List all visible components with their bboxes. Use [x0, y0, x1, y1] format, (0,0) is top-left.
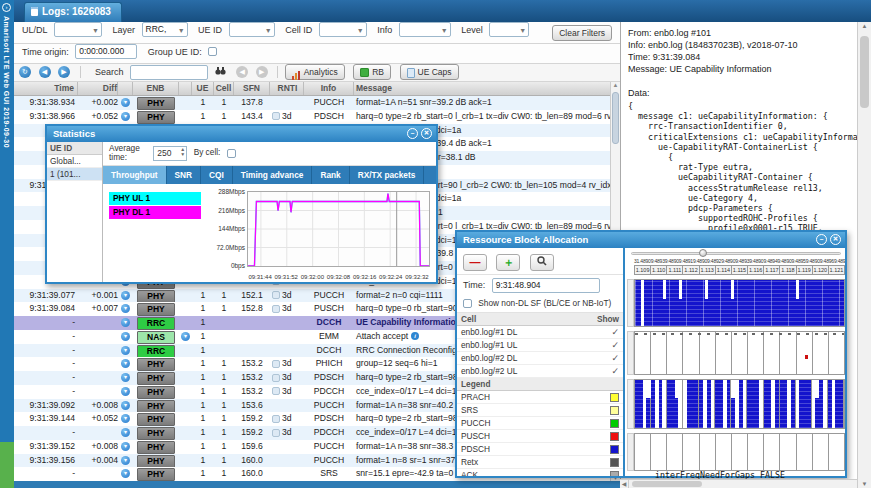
- detail-vertical-scrollbar[interactable]: ▲ ▼: [857, 22, 871, 488]
- tab-snr[interactable]: SNR: [167, 166, 202, 184]
- prev-page-icon[interactable]: ◀: [39, 66, 51, 78]
- row-expand-icon[interactable]: ▾: [121, 112, 130, 121]
- row-expand-icon[interactable]: ▾: [121, 304, 130, 313]
- rba-time-input[interactable]: 9:31:48.904: [492, 278, 600, 293]
- chart-legend-item[interactable]: PHY UL 1: [109, 192, 201, 205]
- slider-thumb-icon[interactable]: [699, 249, 707, 257]
- search-next-icon[interactable]: ▶: [256, 66, 268, 78]
- average-time-spinner[interactable]: 250▲▼: [153, 146, 187, 161]
- minimize-icon[interactable]: –: [407, 128, 418, 139]
- log-column-header[interactable]: SFN: [234, 82, 270, 95]
- clear-filters-button[interactable]: Clear Filters: [552, 25, 612, 41]
- show-nondl-checkbox[interactable]: [463, 299, 472, 308]
- statistics-window-titlebar[interactable]: Statistics –✕: [47, 126, 436, 142]
- row-expand-icon[interactable]: ▾: [121, 98, 130, 107]
- detail-horizontal-scrollbar[interactable]: ◀: [620, 479, 857, 488]
- info-select[interactable]: ▼: [399, 22, 451, 37]
- row-expand-icon[interactable]: ▾: [121, 318, 130, 327]
- row-expand-icon[interactable]: ▾: [121, 401, 130, 410]
- rba-band-body[interactable]: [634, 379, 845, 429]
- tab-throughput[interactable]: Throughput: [103, 166, 167, 184]
- tab-logs[interactable]: Logs: 1626083: [24, 2, 122, 22]
- row-expand-icon[interactable]: ▾: [121, 414, 130, 423]
- tab-cqi[interactable]: CQI: [201, 166, 233, 184]
- search-input[interactable]: [130, 65, 208, 80]
- rba-ul2-cell: [651, 434, 667, 470]
- uecaps-button[interactable]: UE Caps: [400, 64, 459, 80]
- zoom-out-button[interactable]: —: [463, 254, 487, 271]
- row-expand-icon[interactable]: ▾: [121, 428, 130, 437]
- rb-button[interactable]: RB: [353, 64, 391, 80]
- log-column-header[interactable]: Cell: [214, 82, 234, 95]
- row-expand-icon[interactable]: ▾: [121, 373, 130, 382]
- log-column-header[interactable]: RNTI: [270, 82, 304, 95]
- next-page-icon[interactable]: ▶: [58, 66, 70, 78]
- ueid-select[interactable]: ▼: [229, 22, 275, 37]
- row-expand-icon[interactable]: ▾: [121, 469, 130, 478]
- uldl-select[interactable]: ▼: [54, 22, 102, 37]
- zoom-in-button[interactable]: ＋: [496, 254, 520, 271]
- stats-ue-list-item[interactable]: Global...: [47, 155, 102, 168]
- rba-window-titlebar[interactable]: Ressource Block Allocation –✕: [457, 232, 845, 248]
- tab-rx-tx-packets[interactable]: RX/TX packets: [350, 166, 425, 184]
- row-expand-icon[interactable]: ▾: [121, 332, 130, 341]
- row-expand-icon[interactable]: ▾: [181, 332, 190, 341]
- chart-legend-item[interactable]: PHY DL 1: [109, 206, 201, 219]
- scroll-up-icon[interactable]: ▲: [611, 82, 620, 88]
- rba-band-body[interactable]: [634, 331, 845, 375]
- layer-select[interactable]: RRC,▼: [142, 22, 188, 37]
- log-column-header[interactable]: Diff: [78, 82, 118, 95]
- group-ueid-checkbox[interactable]: [208, 47, 217, 56]
- hscrollbar-thumb[interactable]: [632, 481, 702, 487]
- log-column-header[interactable]: [179, 82, 192, 95]
- info-circle-icon[interactable]: i: [411, 332, 419, 340]
- analytics-button[interactable]: Analytics: [285, 64, 345, 80]
- tab-rank[interactable]: Rank: [312, 166, 349, 184]
- log-column-header[interactable]: UE ID: [192, 82, 214, 95]
- row-expand-icon[interactable]: ▾: [121, 442, 130, 451]
- level-select[interactable]: ▼: [489, 22, 529, 37]
- show-checkbox[interactable]: ✓: [611, 366, 619, 376]
- rba-cell-row[interactable]: enb0.log/#2 UL✓: [457, 365, 623, 378]
- refresh-icon[interactable]: ↻: [19, 66, 31, 78]
- rba-time-slider[interactable]: [627, 248, 845, 258]
- log-column-header[interactable]: [118, 82, 133, 95]
- minimize-icon[interactable]: –: [816, 234, 827, 245]
- show-checkbox[interactable]: ✓: [611, 353, 619, 363]
- time-origin-input[interactable]: 0:00:00.000: [75, 44, 137, 59]
- close-icon[interactable]: ✕: [421, 128, 432, 139]
- tab-timing-advance[interactable]: Timing advance: [233, 166, 313, 184]
- cellid-select[interactable]: ▼: [319, 22, 367, 37]
- close-icon[interactable]: ✕: [830, 234, 841, 245]
- search-prev-icon[interactable]: ◀: [236, 66, 248, 78]
- row-expand-icon[interactable]: ▾: [121, 456, 130, 465]
- rba-cell-row[interactable]: enb0.log/#1 DL✓: [457, 326, 623, 339]
- scroll-left-icon[interactable]: ◀: [620, 480, 629, 488]
- spinner-arrows-icon[interactable]: ▲▼: [180, 147, 185, 157]
- by-cell-checkbox[interactable]: [227, 149, 236, 158]
- sidebar-expand-icon[interactable]: ›: [2, 3, 11, 12]
- log-row[interactable]: 9:31:38.934+0.002▾PHY11137.8PUCCHformat=…: [14, 96, 620, 110]
- rba-band-body[interactable]: [634, 433, 845, 471]
- rba-cell-row[interactable]: enb0.log/#1 UL✓: [457, 339, 623, 352]
- log-row[interactable]: 9:31:38.966+0.052▾PHY11143.43dPDSCHharq=…: [14, 110, 620, 124]
- row-expand-icon[interactable]: ▾: [121, 291, 130, 300]
- log-scrollbar-thumb[interactable]: [612, 92, 619, 144]
- rba-band-body[interactable]: [634, 279, 845, 327]
- binoculars-search-icon[interactable]: [215, 66, 226, 78]
- vscrollbar-thumb[interactable]: [860, 36, 869, 108]
- scroll-down-icon[interactable]: ▼: [858, 481, 871, 487]
- row-expand-icon[interactable]: ▾: [121, 346, 130, 355]
- row-expand-icon[interactable]: ▾: [121, 387, 130, 396]
- magnifier-button[interactable]: [530, 254, 554, 271]
- row-expand-icon[interactable]: ▾: [121, 359, 130, 368]
- show-checkbox[interactable]: ✓: [611, 327, 619, 337]
- log-column-header[interactable]: Message: [354, 82, 620, 95]
- rba-cell-row[interactable]: enb0.log/#2 DL✓: [457, 352, 623, 365]
- scroll-up-icon[interactable]: ▲: [858, 23, 871, 29]
- stats-ue-list-item[interactable]: 1 (101...: [47, 168, 102, 181]
- show-checkbox[interactable]: ✓: [611, 340, 619, 350]
- log-column-header[interactable]: Time: [14, 82, 78, 95]
- log-column-header[interactable]: ENB: [133, 82, 179, 95]
- log-column-header[interactable]: Info: [304, 82, 354, 95]
